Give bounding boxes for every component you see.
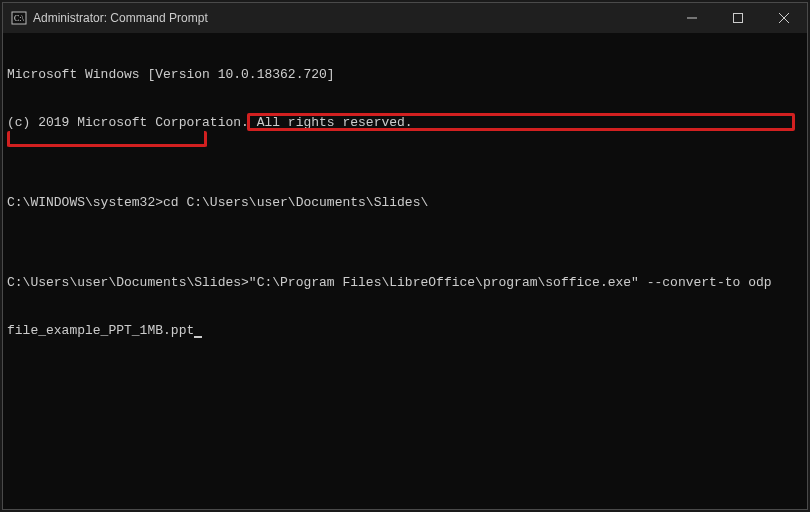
svg-text:C:\: C:\ bbox=[14, 14, 25, 23]
version-line: Microsoft Windows [Version 10.0.18362.72… bbox=[7, 67, 803, 83]
window-controls bbox=[669, 3, 807, 33]
minimize-button[interactable] bbox=[669, 3, 715, 33]
close-button[interactable] bbox=[761, 3, 807, 33]
command-prompt-window: C:\ Administrator: Command Prompt Micros… bbox=[2, 2, 808, 510]
cmd-icon: C:\ bbox=[11, 10, 27, 26]
convert-command-line-2: file_example_PPT_1MB.ppt bbox=[7, 323, 803, 339]
command-text: file_example_PPT_1MB.ppt bbox=[7, 323, 194, 338]
maximize-button[interactable] bbox=[715, 3, 761, 33]
window-title: Administrator: Command Prompt bbox=[33, 11, 669, 25]
highlight-box-2 bbox=[7, 131, 207, 147]
prompt-text: C:\WINDOWS\system32> bbox=[7, 195, 163, 210]
convert-command-line-1: C:\Users\user\Documents\Slides>"C:\Progr… bbox=[7, 275, 803, 291]
titlebar[interactable]: C:\ Administrator: Command Prompt bbox=[3, 3, 807, 33]
copyright-line: (c) 2019 Microsoft Corporation. All righ… bbox=[7, 115, 803, 131]
command-text: cd C:\Users\user\Documents\Slides\ bbox=[163, 195, 428, 210]
cd-command-line: C:\WINDOWS\system32>cd C:\Users\user\Doc… bbox=[7, 195, 803, 211]
text-cursor bbox=[194, 336, 202, 338]
prompt-text: C:\Users\user\Documents\Slides> bbox=[7, 275, 249, 290]
command-text: "C:\Program Files\LibreOffice\program\so… bbox=[249, 275, 772, 290]
terminal-output[interactable]: Microsoft Windows [Version 10.0.18362.72… bbox=[3, 33, 807, 509]
svg-rect-3 bbox=[734, 14, 743, 23]
